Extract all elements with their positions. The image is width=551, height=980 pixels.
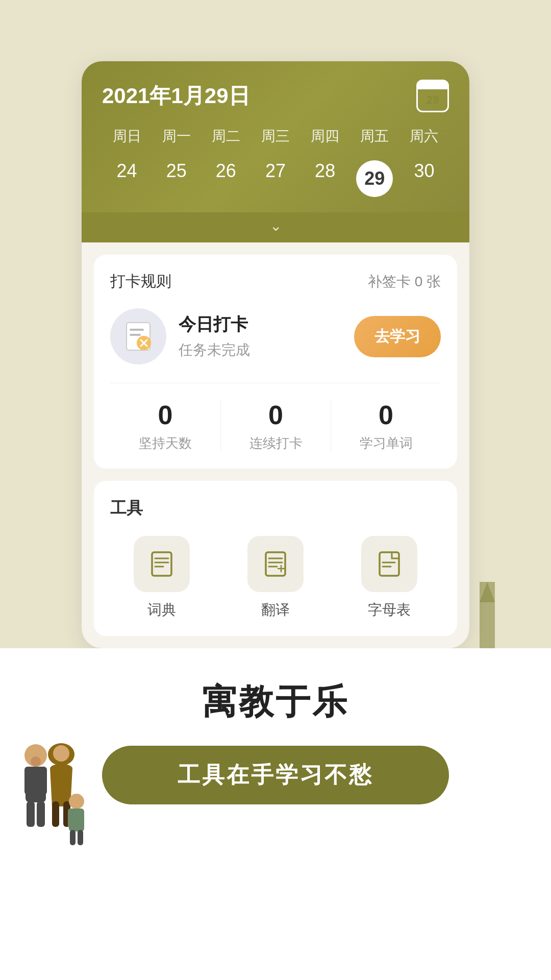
tool-alphabet[interactable]: 字母表: [337, 536, 441, 620]
svg-rect-16: [24, 767, 32, 795]
stat-words-number: 0: [331, 400, 441, 430]
date-28[interactable]: 28: [300, 155, 350, 202]
date-27[interactable]: 27: [251, 155, 300, 202]
alphabet-icon-wrap: [361, 536, 417, 592]
date-24[interactable]: 24: [102, 155, 152, 202]
stat-persist: 0 坚持天数: [110, 400, 220, 452]
calendar-section: 2021年1月29日 29 周日 周一 周二 周三 周四 周五 周六 24 25…: [82, 61, 469, 212]
main-card: 2021年1月29日 29 周日 周一 周二 周三 周四 周五 周六 24 25…: [82, 61, 469, 648]
date-row: 24 25 26 27 28 29 30: [102, 155, 449, 212]
dictionary-label: 词典: [147, 600, 176, 620]
svg-rect-18: [27, 801, 35, 827]
weekday-sat: 周六: [399, 122, 449, 150]
task-icon: [120, 318, 156, 354]
svg-rect-28: [68, 808, 73, 828]
weekday-thu: 周四: [300, 122, 350, 150]
svg-rect-38: [152, 552, 171, 576]
selected-date-circle: 29: [356, 160, 393, 197]
weekday-fri: 周五: [350, 122, 399, 150]
weekday-row: 周日 周一 周二 周三 周四 周五 周六: [102, 122, 449, 150]
calendar-icon-top: [418, 81, 447, 89]
checkin-card: 打卡规则 补签卡 0 张 今日打卡 任务未完成: [94, 255, 457, 469]
bottom-title: 寓教于乐: [202, 679, 349, 725]
svg-rect-30: [70, 830, 76, 845]
svg-rect-33: [130, 329, 144, 331]
stats-row: 0 坚持天数 0 连续打卡 0 学习单词: [110, 400, 441, 452]
svg-rect-24: [52, 801, 59, 827]
checkin-today-sub: 任务未完成: [179, 340, 342, 360]
date-26[interactable]: 26: [201, 155, 251, 202]
tool-dictionary[interactable]: 词典: [110, 536, 214, 620]
stats-divider: [110, 383, 441, 383]
svg-rect-29: [78, 808, 83, 828]
checkin-text: 今日打卡 任务未完成: [179, 313, 342, 360]
stat-persist-label: 坚持天数: [139, 435, 192, 451]
translate-icon: [262, 550, 289, 578]
svg-rect-34: [130, 334, 141, 336]
date-29[interactable]: 29: [350, 155, 399, 202]
svg-rect-19: [37, 801, 45, 827]
tools-header: 工具: [110, 497, 441, 520]
checkin-icon-wrap: [110, 308, 166, 364]
checkin-header: 打卡规则 补签卡 0 张: [110, 271, 441, 292]
bottom-cta-button[interactable]: 工具在手学习不愁: [102, 746, 449, 804]
svg-point-23: [53, 745, 69, 762]
svg-rect-31: [78, 830, 83, 845]
dictionary-icon: [148, 550, 176, 578]
date-30[interactable]: 30: [399, 155, 449, 202]
weekday-tue: 周二: [201, 122, 251, 150]
alphabet-icon: [375, 550, 403, 578]
translate-label: 翻译: [261, 600, 290, 620]
svg-rect-17: [40, 767, 47, 795]
stat-words: 0 学习单词: [331, 400, 441, 452]
tool-translate[interactable]: 翻译: [224, 536, 328, 620]
dictionary-icon-wrap: [134, 536, 190, 592]
stat-streak-label: 连续打卡: [249, 435, 303, 451]
tools-card: 工具 词典: [94, 481, 457, 636]
stat-persist-number: 0: [110, 400, 220, 430]
supplement-label: 补签卡 0 张: [368, 272, 441, 291]
svg-point-26: [69, 794, 84, 809]
calendar-icon-number: 29: [427, 89, 439, 111]
stat-streak: 0 连续打卡: [220, 400, 331, 452]
date-25[interactable]: 25: [152, 155, 201, 202]
tools-grid: 词典 翻译: [110, 536, 441, 620]
stat-words-label: 学习单词: [360, 435, 413, 451]
checkin-content: 今日打卡 任务未完成 去学习: [110, 308, 441, 364]
calendar-title: 2021年1月29日: [102, 82, 250, 110]
weekday-wed: 周三: [251, 122, 300, 150]
svg-marker-8: [480, 582, 495, 602]
stat-streak-number: 0: [221, 400, 331, 430]
calendar-expand-row[interactable]: ⌄: [82, 212, 469, 242]
study-button[interactable]: 去学习: [354, 316, 441, 357]
translate-icon-wrap: [247, 536, 304, 592]
svg-rect-42: [266, 552, 285, 576]
svg-point-20: [31, 756, 41, 767]
checkin-rules-label[interactable]: 打卡规则: [110, 271, 171, 292]
weekday-mon: 周一: [152, 122, 201, 150]
checkin-today-label: 今日打卡: [179, 313, 342, 336]
chevron-down-icon: ⌄: [270, 218, 282, 234]
weekday-sun: 周日: [102, 122, 152, 150]
alphabet-label: 字母表: [368, 600, 411, 620]
svg-rect-48: [380, 552, 399, 576]
calendar-icon[interactable]: 29: [416, 80, 449, 112]
